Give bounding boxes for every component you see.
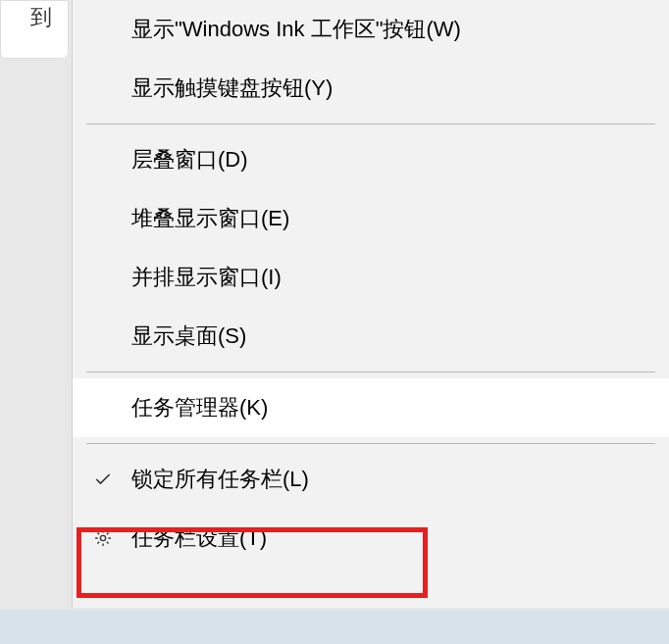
menu-item-show-ink-workspace[interactable]: 显示"Windows Ink 工作区"按钮(W) bbox=[73, 0, 669, 59]
background-band bbox=[0, 610, 669, 644]
menu-separator bbox=[86, 443, 655, 444]
menu-item-label: 层叠窗口(D) bbox=[131, 145, 248, 174]
menu-item-label: 显示桌面(S) bbox=[131, 322, 246, 351]
menu-item-cascade-windows[interactable]: 层叠窗口(D) bbox=[73, 130, 669, 189]
taskbar-context-menu: 显示"Windows Ink 工作区"按钮(W) 显示触摸键盘按钮(Y) 层叠窗… bbox=[72, 0, 669, 608]
menu-item-show-desktop[interactable]: 显示桌面(S) bbox=[73, 307, 669, 366]
menu-item-side-by-side-windows[interactable]: 并排显示窗口(I) bbox=[73, 248, 669, 307]
menu-item-label: 锁定所有任务栏(L) bbox=[131, 465, 309, 494]
menu-item-label: 并排显示窗口(I) bbox=[131, 263, 282, 292]
menu-item-taskbar-settings[interactable]: 任务栏设置(T) bbox=[73, 509, 669, 568]
gear-icon bbox=[92, 527, 114, 549]
menu-item-label: 任务管理器(K) bbox=[131, 393, 268, 422]
menu-item-label: 任务栏设置(T) bbox=[131, 523, 267, 553]
background-fragment: 到 bbox=[0, 0, 69, 59]
menu-item-label: 显示触摸键盘按钮(Y) bbox=[131, 74, 333, 103]
menu-item-lock-taskbars[interactable]: 锁定所有任务栏(L) bbox=[73, 450, 669, 509]
menu-item-task-manager[interactable]: 任务管理器(K) bbox=[73, 378, 669, 437]
menu-separator bbox=[86, 124, 655, 124]
menu-separator bbox=[86, 372, 655, 372]
menu-item-label: 堆叠显示窗口(E) bbox=[131, 204, 289, 233]
menu-item-stack-windows[interactable]: 堆叠显示窗口(E) bbox=[73, 189, 669, 248]
svg-point-0 bbox=[100, 535, 105, 540]
menu-item-show-touch-keyboard[interactable]: 显示触摸键盘按钮(Y) bbox=[73, 59, 669, 118]
checkmark-icon bbox=[92, 469, 114, 490]
menu-item-label: 显示"Windows Ink 工作区"按钮(W) bbox=[131, 15, 461, 44]
